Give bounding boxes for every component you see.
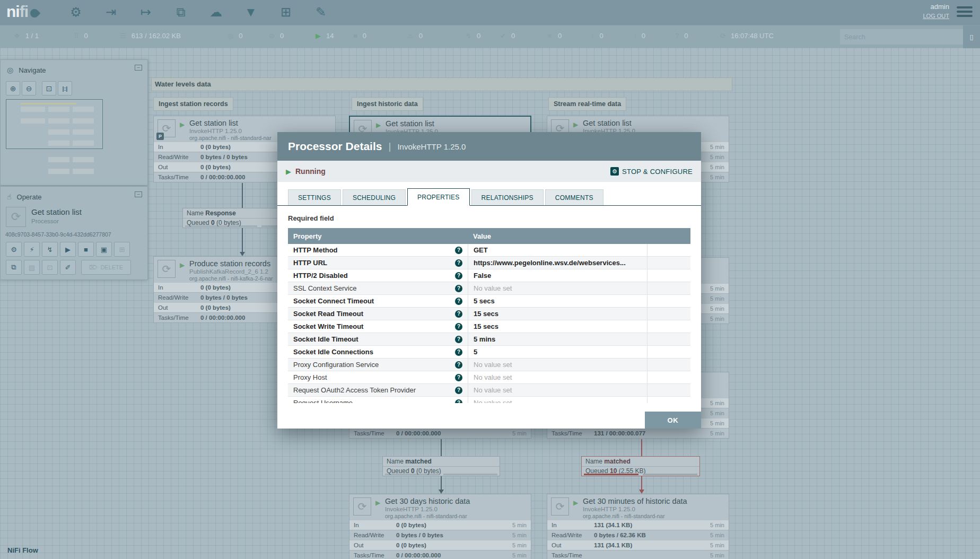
- property-row[interactable]: HTTP/2 Disabled ? False: [288, 269, 690, 282]
- property-row[interactable]: SSL Context Service ? No value set: [288, 282, 690, 295]
- zoom-fit-button[interactable]: ⊡: [42, 81, 56, 95]
- component-tool-icon[interactable]: ⚙: [68, 4, 84, 20]
- help-icon[interactable]: ?: [455, 348, 462, 356]
- property-row[interactable]: Socket Connect Timeout ? 5 secs: [288, 295, 690, 308]
- status-stat-icon: ❖: [14, 32, 20, 40]
- minimap-shape: [48, 118, 69, 124]
- processor-get-30-minutes-of-historic-data[interactable]: ⟳ ▶ Get 30 minutes of historic data Invo…: [547, 494, 729, 559]
- stop-and-configure-button[interactable]: ⚙ STOP & CONFIGURE: [610, 167, 693, 176]
- property-row[interactable]: Request Username ? No value set: [288, 397, 690, 403]
- create-template-button[interactable]: ▣: [96, 242, 112, 257]
- help-icon[interactable]: ?: [455, 374, 462, 381]
- help-icon[interactable]: ?: [455, 247, 462, 254]
- connection-label-matched-backpressure[interactable]: Name matched Queued 10 (2.55 KB): [581, 456, 700, 476]
- dialog-subtitle: InvokeHTTP 1.25.0: [397, 142, 466, 151]
- search-input[interactable]: [840, 29, 963, 45]
- canvas-label-group[interactable]: Stream real-time data: [548, 97, 626, 111]
- status-stat-value: 0: [84, 32, 88, 40]
- group-button[interactable]: ⊡: [42, 260, 58, 275]
- property-row[interactable]: HTTP URL ? https://www.pegelonline.wsv.d…: [288, 257, 690, 269]
- processor-type: InvokeHTTP 1.25.0: [385, 506, 438, 512]
- copy-button[interactable]: ⧉: [6, 260, 22, 275]
- canvas-label-water-levels[interactable]: Water levels data: [151, 77, 732, 91]
- enable-button[interactable]: ⚡: [24, 242, 40, 257]
- component-tool-icon[interactable]: ⊞: [278, 4, 294, 20]
- minimap-shape: [48, 169, 69, 174]
- canvas-label-group[interactable]: Ingest historic data: [352, 97, 423, 111]
- property-row[interactable]: Socket Idle Timeout ? 5 mins: [288, 333, 690, 346]
- property-name: Request OAuth2 Access Token Provider: [293, 386, 416, 394]
- canvas-label-group[interactable]: Ingest station records: [153, 97, 233, 111]
- property-name: Request Username: [293, 399, 353, 403]
- upload-template-button[interactable]: ⊞: [114, 242, 130, 257]
- help-icon[interactable]: ?: [455, 361, 462, 369]
- dialog-status-row: ▶ Running ⚙ STOP & CONFIGURE: [277, 161, 701, 182]
- component-tool-icon[interactable]: ↦: [138, 4, 154, 20]
- component-tool-icon[interactable]: ⧉: [173, 4, 189, 20]
- property-row[interactable]: HTTP Method ? GET: [288, 244, 690, 257]
- property-name: Socket Idle Timeout: [293, 335, 358, 343]
- zoom-actual-size-button[interactable]: |:|: [58, 81, 72, 95]
- property-row[interactable]: Socket Idle Connections ? 5: [288, 346, 690, 359]
- status-stat: ⠿ 0: [74, 32, 88, 40]
- status-stat-icon: ◎: [228, 32, 233, 40]
- selected-component-name: Get station list: [31, 207, 82, 216]
- help-icon[interactable]: ?: [455, 298, 462, 305]
- collapse-icon[interactable]: –: [135, 65, 142, 71]
- ok-button[interactable]: OK: [645, 412, 701, 429]
- help-icon[interactable]: ?: [455, 285, 462, 292]
- fill-color-button[interactable]: ✐: [60, 260, 76, 275]
- start-button[interactable]: ▶: [60, 242, 76, 257]
- paste-button[interactable]: ▨: [24, 260, 40, 275]
- processor-type: InvokeHTTP 1.25.0: [583, 506, 635, 512]
- component-tool-icon[interactable]: ☁: [208, 4, 224, 20]
- help-icon[interactable]: ?: [455, 336, 462, 343]
- dialog-tab[interactable]: RELATIONSHIPS: [471, 189, 544, 205]
- disable-button[interactable]: ↯: [42, 242, 58, 257]
- minimap-shape: [48, 107, 69, 112]
- processor-get-30-days-historic-data[interactable]: ⟳ ▶ Get 30 days historic data InvokeHTTP…: [349, 494, 531, 559]
- dialog-tab[interactable]: SETTINGS: [288, 189, 341, 205]
- dialog-tab[interactable]: COMMENTS: [545, 189, 603, 205]
- component-tool-icon[interactable]: ⇥: [103, 4, 119, 20]
- help-icon[interactable]: ?: [455, 387, 462, 394]
- status-stat-value: 0: [684, 32, 688, 40]
- property-row[interactable]: Proxy Configuration Service ? No value s…: [288, 359, 690, 371]
- property-row[interactable]: Proxy Host ? No value set: [288, 371, 690, 384]
- processor-stat-row: Out131 (34.1 KB)5 min: [547, 540, 729, 550]
- property-row[interactable]: Socket Write Timeout ? 15 secs: [288, 320, 690, 333]
- status-stat-value: 14: [326, 32, 334, 40]
- property-name: Proxy Configuration Service: [293, 361, 379, 369]
- component-tool-icon[interactable]: ✎: [313, 4, 329, 20]
- collapse-icon[interactable]: –: [135, 191, 142, 197]
- help-icon[interactable]: ?: [455, 323, 462, 330]
- status-stat: ⚠ 0: [407, 32, 423, 40]
- status-stat-value: 0: [642, 32, 645, 40]
- property-row[interactable]: Socket Read Timeout ? 15 secs: [288, 308, 690, 320]
- component-tool-icon[interactable]: ▼: [243, 4, 259, 20]
- logout-link[interactable]: LOG OUT: [923, 12, 949, 20]
- global-menu-icon[interactable]: [957, 6, 973, 19]
- bulletin-panel-icon[interactable]: ▯: [963, 25, 980, 48]
- top-toolbar: nifi ⚙⇥↦⧉☁▼⊞✎ admin LOG OUT: [0, 0, 980, 25]
- zoom-in-button[interactable]: ⊕: [6, 81, 20, 95]
- zoom-out-button[interactable]: ⊖: [22, 81, 36, 95]
- processor-name: Produce station records: [189, 259, 270, 268]
- delete-button[interactable]: ⌦ DELETE: [81, 260, 131, 275]
- refresh-icon[interactable]: ⟳: [720, 32, 726, 40]
- help-icon[interactable]: ?: [455, 399, 462, 404]
- configure-button[interactable]: ⚙: [6, 242, 22, 257]
- dialog-tab[interactable]: PROPERTIES: [407, 188, 470, 206]
- help-icon[interactable]: ?: [455, 310, 462, 318]
- property-value: 15 secs: [474, 310, 498, 318]
- help-icon[interactable]: ?: [455, 259, 462, 267]
- connection-label-matched[interactable]: Name matched Queued 0 (0 bytes): [382, 456, 500, 476]
- stop-button[interactable]: ■: [78, 242, 94, 257]
- dialog-tab[interactable]: SCHEDULING: [343, 189, 406, 205]
- breadcrumb[interactable]: NiFi Flow: [7, 546, 38, 554]
- help-icon[interactable]: ?: [455, 272, 462, 280]
- status-stat: ? 0: [675, 32, 688, 40]
- status-stat-icon: ↑: [591, 32, 594, 40]
- property-name: HTTP URL: [293, 259, 327, 267]
- property-row[interactable]: Request OAuth2 Access Token Provider ? N…: [288, 384, 690, 397]
